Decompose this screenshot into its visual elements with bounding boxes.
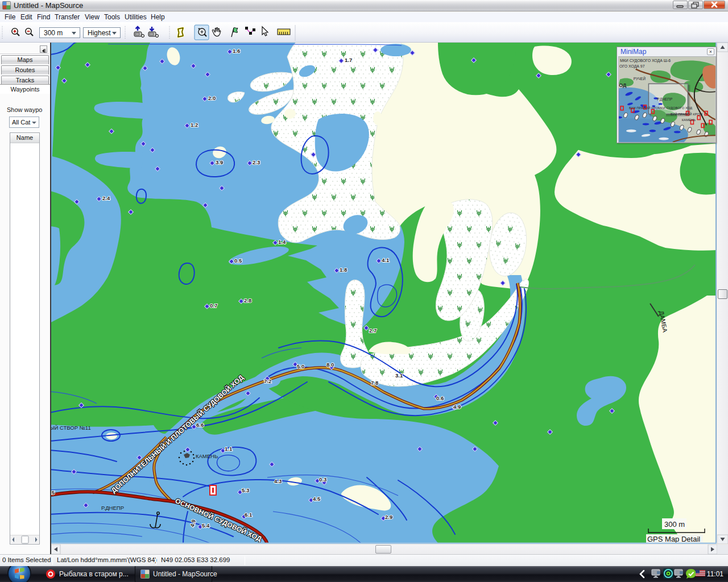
svg-text:5.4: 5.4 (202, 522, 210, 529)
svg-text:8.0: 8.0 (326, 361, 334, 368)
svg-text:2.3: 2.3 (253, 159, 260, 165)
svg-text:4.9: 4.9 (453, 404, 461, 410)
svg-text:2.4: 2.4 (102, 195, 110, 201)
svg-text:0.5: 0.5 (234, 257, 242, 264)
svg-text:.5: .5 (51, 489, 55, 496)
svg-text:Р.ДНЕПР: Р.ДНЕПР (657, 97, 672, 102)
svg-text:КАМЕНЬ: КАМЕНЬ (196, 453, 218, 459)
svg-text:0.6: 0.6 (436, 395, 444, 401)
svg-text:КАМЕНЬ: КАМЕНЬ (682, 118, 696, 122)
svg-text:6.1: 6.1 (245, 512, 253, 518)
svg-text:4.5: 4.5 (313, 496, 321, 502)
svg-text:БУИ ПРАВОЙ КРОМКИ СУДОВОГО ХОД: БУИ ПРАВОЙ КРОМКИ СУДОВОГО ХОД (629, 106, 692, 110)
svg-text:БУЙ ПРАВОЙ КРОМ: БУЙ ПРАВОЙ КРОМ (671, 112, 702, 116)
svg-text:ЫЙ СТВОР №11: ЫЙ СТВОР №11 (51, 425, 91, 431)
svg-text:2.0: 2.0 (208, 95, 216, 101)
svg-text:6.6: 6.6 (196, 422, 204, 428)
svg-text:1.4: 1.4 (278, 239, 286, 245)
svg-text:4.3: 4.3 (274, 478, 282, 484)
svg-text:1.2: 1.2 (191, 122, 198, 128)
svg-text:ОГО ХОДА 97: ОГО ХОДА 97 (619, 64, 645, 69)
svg-text:5.0: 5.0 (297, 363, 304, 369)
svg-text:GPS Map Detail: GPS Map Detail (647, 535, 700, 543)
svg-text:2.7: 2.7 (369, 327, 377, 334)
svg-text:3.1: 3.1 (395, 372, 403, 379)
svg-text:0.7: 0.7 (210, 302, 217, 309)
svg-text:1.7: 1.7 (345, 57, 352, 63)
svg-text:300 m: 300 m (664, 520, 685, 529)
svg-text:1.1: 1.1 (225, 446, 233, 452)
svg-text:1.6: 1.6 (233, 48, 240, 54)
svg-text:2.8: 2.8 (244, 297, 251, 304)
svg-text:7.8: 7.8 (371, 380, 378, 386)
svg-text:3.9: 3.9 (216, 159, 223, 165)
svg-text:ОД: ОД (619, 82, 627, 88)
svg-text:РУЧЕЙ: РУЧЕЙ (634, 76, 646, 81)
svg-text:МКИ СУДОВОГО ХОДА Ш-6: МКИ СУДОВОГО ХОДА Ш-6 (620, 59, 671, 63)
svg-text:5.3: 5.3 (242, 487, 249, 493)
svg-text:4.1: 4.1 (382, 257, 390, 263)
svg-text:Р.ДНЕПР: Р.ДНЕПР (101, 505, 124, 511)
svg-text:0.3: 0.3 (319, 476, 326, 483)
svg-text:2.9: 2.9 (385, 514, 392, 520)
svg-text:7.2: 7.2 (264, 378, 271, 384)
svg-text:1.8: 1.8 (340, 267, 347, 273)
